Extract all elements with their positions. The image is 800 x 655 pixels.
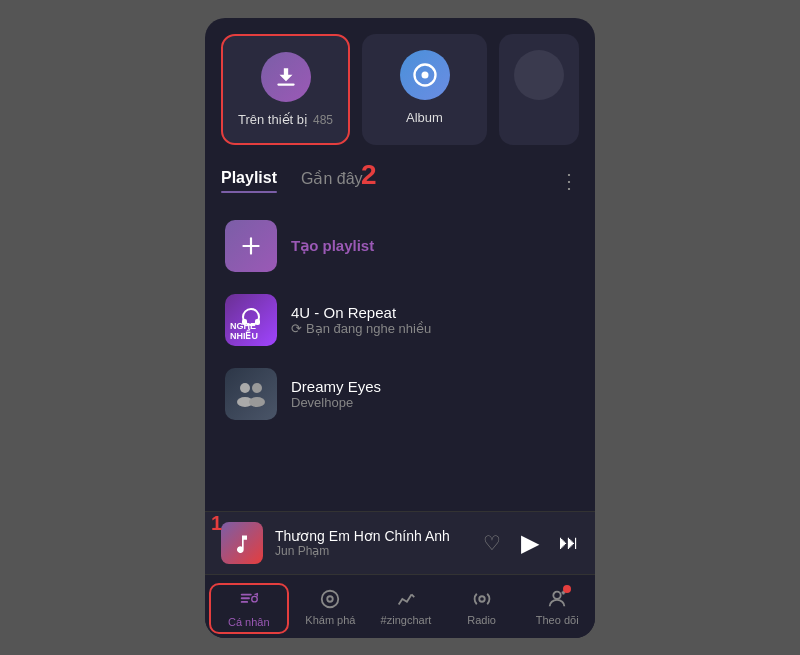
tren-thiet-bi-card[interactable]: Trên thiết bị 485 bbox=[221, 34, 350, 145]
radio-icon bbox=[470, 587, 494, 611]
nav-item-zingchart[interactable]: #zingchart bbox=[368, 583, 444, 634]
playlist-info-4u: 4U - On Repeat ⟳ Bạn đang nghe nhiều bbox=[291, 304, 575, 336]
compass-icon bbox=[319, 588, 341, 610]
playlist-thumb-dreamy bbox=[225, 368, 277, 420]
download-icon bbox=[273, 64, 299, 90]
chart-icon bbox=[395, 588, 417, 610]
create-playlist-icon bbox=[225, 220, 277, 272]
nav-item-ca-nhan[interactable]: Cá nhân bbox=[209, 583, 289, 634]
svg-point-18 bbox=[479, 596, 485, 602]
now-playing-bar: 1 Thương Em Hơn Chính Anh Jun Phạm ♡ ▶ ⏭ bbox=[205, 511, 595, 574]
create-playlist-label: Tạo playlist bbox=[291, 237, 374, 255]
album-label: Album bbox=[406, 110, 443, 125]
now-playing-artist: Jun Phạm bbox=[275, 544, 471, 558]
album-icon-circle bbox=[400, 50, 450, 100]
bottom-nav: Cá nhân Khám phá bbox=[205, 574, 595, 638]
partial-card bbox=[499, 34, 579, 145]
svg-point-8 bbox=[240, 383, 250, 393]
playlist-item-dreamy[interactable]: Dreamy Eyes Develhope bbox=[221, 358, 579, 430]
play-button[interactable]: ▶ bbox=[521, 529, 539, 557]
now-playing-info: Thương Em Hơn Chính Anh Jun Phạm bbox=[275, 528, 471, 558]
thumb-4u-text: NGHE NHIỀU bbox=[230, 321, 277, 341]
playlist-section: Tạo playlist NGHE NHIỀU bbox=[221, 210, 579, 430]
tabs-left: Playlist Gần đây bbox=[221, 169, 363, 194]
tren-thiet-bi-count: 485 bbox=[313, 113, 333, 127]
tab-playlist[interactable]: Playlist bbox=[221, 169, 277, 193]
zingchart-label: #zingchart bbox=[381, 614, 432, 626]
svg-point-15 bbox=[252, 596, 258, 602]
tab-gan-day[interactable]: Gần đây bbox=[301, 169, 363, 194]
theo-doi-label: Theo dõi bbox=[536, 614, 579, 626]
album-card[interactable]: Album bbox=[362, 34, 487, 145]
create-playlist-item[interactable]: Tạo playlist bbox=[221, 210, 579, 282]
svg-rect-14 bbox=[241, 601, 248, 603]
heart-button[interactable]: ♡ bbox=[483, 531, 501, 555]
theo-doi-icon-wrapper bbox=[545, 587, 569, 611]
music-note-icon bbox=[232, 533, 252, 553]
playlist-info-dreamy: Dreamy Eyes Develhope bbox=[291, 378, 575, 410]
svg-point-11 bbox=[249, 397, 265, 407]
svg-rect-4 bbox=[242, 244, 259, 246]
playlist-name-dreamy: Dreamy Eyes bbox=[291, 378, 575, 395]
playlist-name-4u: 4U - On Repeat bbox=[291, 304, 575, 321]
svg-point-2 bbox=[421, 71, 428, 78]
now-playing-title: Thương Em Hơn Chính Anh bbox=[275, 528, 471, 544]
nav-item-theo-doi[interactable]: Theo dõi bbox=[519, 583, 595, 634]
svg-point-17 bbox=[328, 596, 334, 602]
now-playing-controls: ♡ ▶ ⏭ bbox=[483, 529, 579, 557]
notification-badge bbox=[563, 585, 571, 593]
nav-item-radio[interactable]: Radio bbox=[444, 583, 520, 634]
svg-rect-0 bbox=[277, 83, 294, 85]
more-options-button[interactable]: ⋮ bbox=[559, 169, 579, 193]
phone-container: Trên thiết bị 485 Album bbox=[205, 18, 595, 638]
svg-point-19 bbox=[554, 591, 561, 598]
plus-icon bbox=[238, 233, 264, 259]
repeat-icon: ⟳ bbox=[291, 321, 302, 336]
svg-point-16 bbox=[322, 590, 339, 607]
now-playing-thumb: 1 bbox=[221, 522, 263, 564]
playlist-item-4u[interactable]: NGHE NHIỀU 4U - On Repeat ⟳ Bạn đang ngh… bbox=[221, 284, 579, 356]
svg-rect-12 bbox=[241, 593, 252, 595]
nav-item-kham-pha[interactable]: Khám phá bbox=[293, 583, 369, 634]
top-cards-row: Trên thiết bị 485 Album bbox=[221, 34, 579, 145]
ca-nhan-icon bbox=[237, 589, 261, 613]
content-area: Trên thiết bị 485 Album bbox=[205, 18, 595, 511]
download-icon-circle bbox=[261, 52, 311, 102]
svg-point-9 bbox=[252, 383, 262, 393]
kham-pha-icon bbox=[318, 587, 342, 611]
radio-wave-icon bbox=[471, 588, 493, 610]
playlist-sub-4u: ⟳ Bạn đang nghe nhiều bbox=[291, 321, 575, 336]
tabs-row: Playlist Gần đây ⋮ bbox=[221, 169, 579, 194]
zingchart-icon bbox=[394, 587, 418, 611]
kham-pha-label: Khám phá bbox=[305, 614, 355, 626]
playlist-sub-dreamy: Develhope bbox=[291, 395, 575, 410]
radio-label: Radio bbox=[467, 614, 496, 626]
tabs-section: Playlist Gần đây ⋮ 2 bbox=[221, 169, 579, 194]
tren-thiet-bi-label: Trên thiết bị bbox=[238, 112, 308, 127]
album-icon bbox=[411, 61, 439, 89]
playlist-thumb-4u: NGHE NHIỀU bbox=[225, 294, 277, 346]
svg-rect-13 bbox=[241, 597, 250, 599]
annotation-1: 1 bbox=[211, 512, 222, 535]
music-user-icon bbox=[238, 590, 260, 612]
people-icon bbox=[233, 376, 269, 412]
next-button[interactable]: ⏭ bbox=[559, 531, 579, 554]
ca-nhan-label: Cá nhân bbox=[228, 616, 270, 628]
